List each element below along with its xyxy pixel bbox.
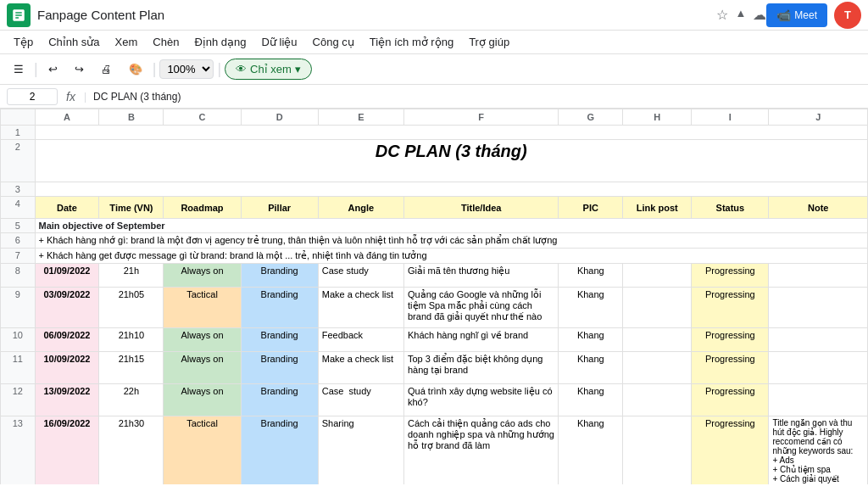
star-icon[interactable]: ☆ [716,7,728,23]
paint-btn[interactable]: 🎨 [122,59,149,79]
formula-content: DC PLAN (3 tháng) [90,89,861,104]
drive-icon[interactable]: ▲ [735,7,746,23]
note-cell [769,328,868,352]
print-btn[interactable]: 🖨 [94,59,119,79]
title-cell: Cách cải thiện quảng cáo ads cho doanh n… [404,416,559,485]
sheet-container[interactable]: A B C D E F G H I J 1 2 DC PLAN (3 tháng… [0,109,868,484]
angle-cell: Make a check list [318,352,403,384]
status-cell: Progressing [692,352,769,384]
cell-reference-input[interactable] [7,88,58,105]
zoom-select[interactable]: 100% 75% 50% 125% [159,59,214,79]
cloud-icon[interactable]: ☁ [753,7,766,23]
pillar-cell: Branding [241,416,318,485]
column-labels-row: 4 Date Time (VN) Roadmap Pillar Angle Ti… [1,197,868,219]
menu-file[interactable]: Tệp [7,33,40,51]
roadmap-cell: Always on [164,328,241,352]
pillar-cell: Branding [241,264,318,288]
table-row: 7 + Khách hàng get được message gì từ br… [1,249,868,264]
link-cell [623,288,692,328]
app-icon [7,3,31,27]
angle-cell: Case study [318,264,403,288]
col-I: I [692,109,769,126]
note-cell [769,264,868,288]
title-cell: Quá trình xây dựng website liệu có khó? [404,384,559,416]
col-E: E [318,109,403,126]
col-B: B [99,109,164,126]
pic-cell: Khang [559,264,623,288]
col-date-label: Date [35,197,99,219]
note-cell [769,352,868,384]
link-cell [623,416,692,485]
roadmap-cell: Always on [164,352,241,384]
menu-extensions[interactable]: Tiện ích mở rộng [363,33,460,51]
col-angle-label: Angle [318,197,403,219]
link-cell [623,384,692,416]
col-title-label: Title/Idea [404,197,559,219]
spreadsheet: A B C D E F G H I J 1 2 DC PLAN (3 tháng… [0,109,868,484]
date-cell: 16/09/2022 [35,416,99,485]
top-bar: Fanpage Content Plan ☆ ▲ ☁ 📹 Meet T [0,0,868,31]
date-cell: 01/09/2022 [35,264,99,288]
col-status-label: Status [692,197,769,219]
view-mode-button[interactable]: 👁 Chỉ xem ▾ [225,59,312,80]
pic-cell: Khang [559,416,623,485]
menu-toggle-btn[interactable]: ☰ [7,59,31,79]
eye-icon: 👁 [236,63,247,75]
table-row: 11 10/09/2022 21h15 Always on Branding M… [1,352,868,384]
roadmap-cell: Tactical [164,416,241,485]
angle-cell: Make a check list [318,288,403,328]
col-F: F [404,109,559,126]
table-row: 8 01/09/2022 21h Always on Branding Case… [1,264,868,288]
status-cell: Progressing [692,384,769,416]
menu-format[interactable]: Định dạng [187,33,253,51]
doc-icons: ☆ ▲ ☁ [716,7,766,23]
table-row: 3 [1,182,868,197]
time-cell: 21h15 [99,352,164,384]
time-cell: 21h30 [99,416,164,485]
date-cell: 03/09/2022 [35,288,99,328]
col-G: G [559,109,623,126]
date-cell: 06/09/2022 [35,328,99,352]
menu-help[interactable]: Trợ giúp [462,33,516,51]
redo-btn[interactable]: ↪ [68,59,91,79]
col-H: H [623,109,692,126]
toolbar: ☰ | ↩ ↪ 🖨 🎨 | 100% 75% 50% 125% | 👁 Chỉ … [0,54,868,85]
doc-title: Fanpage Content Plan [37,8,709,22]
col-J: J [769,109,868,126]
col-D: D [241,109,318,126]
menu-data[interactable]: Dữ liệu [255,33,304,51]
date-cell: 13/09/2022 [35,384,99,416]
status-cell: Progressing [692,288,769,328]
status-cell: Progressing [692,416,769,485]
note-cell [769,288,868,328]
menu-view[interactable]: Xem [108,33,145,51]
info-line-2: + Khách hàng get được message gì từ bran… [35,249,868,264]
time-cell: 21h10 [99,328,164,352]
date-cell: 10/09/2022 [35,352,99,384]
menu-edit[interactable]: Chỉnh sửa [42,33,106,51]
title-cell: Top 3 điểm đặc biệt không dụng hàng tại … [404,352,559,384]
col-time-label: Time (VN) [99,197,164,219]
time-cell: 22h [99,384,164,416]
note-cell [769,384,868,416]
table-row: 1 [1,126,868,140]
table-row: 6 + Khách hàng nhớ gì: brand là một đơn … [1,233,868,249]
undo-btn[interactable]: ↩ [42,59,64,79]
table-row: 5 Main objective of September [1,219,868,233]
link-cell [623,328,692,352]
col-header-row: A B C D E F G H I J [1,109,868,126]
menu-insert[interactable]: Chèn [146,33,186,51]
angle-cell: Sharing [318,416,403,485]
pic-cell: Khang [559,328,623,352]
col-pillar-label: Pillar [241,197,318,219]
link-cell [623,352,692,384]
col-link-label: Link post [623,197,692,219]
meet-button[interactable]: 📹 Meet [766,3,827,27]
table-row: 12 13/09/2022 22h Always on Branding Cas… [1,384,868,416]
account-avatar[interactable]: T [834,2,861,29]
col-pic-label: PIC [559,197,623,219]
menu-tools[interactable]: Công cụ [306,33,361,51]
col-A: A [35,109,99,126]
info-line-1: + Khách hàng nhớ gì: brand là một đơn vị… [35,233,868,249]
title-cell: Giải mã tên thương hiệu [404,264,559,288]
